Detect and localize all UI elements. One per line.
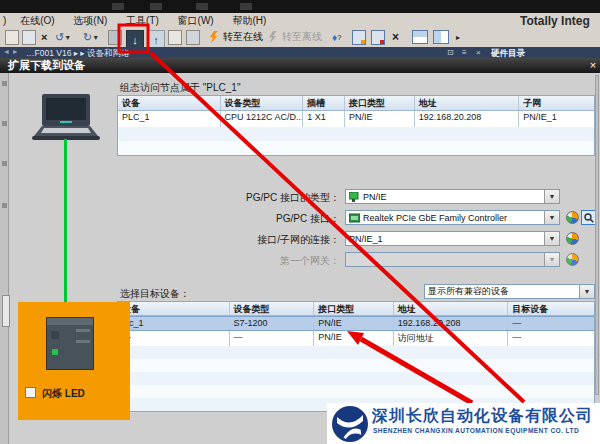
empty-row xyxy=(118,127,594,141)
changxin-logo-icon xyxy=(331,405,369,443)
cell-interface-type: PN/IE xyxy=(314,317,394,330)
target-device-table: 设备 设备类型 接口类型 地址 目标设备 plc_1 S7-1200 PN/IE… xyxy=(117,301,595,412)
redo-icon[interactable]: ↻▼ xyxy=(83,29,99,45)
cell-interface-type: PN/IE xyxy=(345,111,415,127)
device-info-icon[interactable] xyxy=(186,29,200,45)
cell-address: 192.168.20.208 xyxy=(415,111,520,127)
pnie-icon xyxy=(349,192,360,202)
cell-device: — xyxy=(118,331,230,346)
dialog-close-icon[interactable]: × xyxy=(586,58,600,73)
menu-item-window[interactable]: 窗口(W) xyxy=(170,13,222,28)
select-target-caption: 选择目标设备： xyxy=(120,287,190,301)
target-row-selected[interactable]: plc_1 S7-1200 PN/IE 192.168.20.208 — xyxy=(118,316,594,331)
panel-menu-icon[interactable]: ≡ xyxy=(462,48,467,57)
ethernet-cable xyxy=(64,139,67,320)
config-table-row[interactable]: PLC_1 CPU 1212C AC/D... 1 X1 PN/IE 192.1… xyxy=(118,111,594,127)
cropped-icon xyxy=(240,3,252,10)
stop-cpu-icon[interactable] xyxy=(371,29,385,45)
flash-subnet-icon[interactable] xyxy=(566,232,579,245)
empty-row xyxy=(118,141,594,155)
dialog-title: 扩展下载到设备 xyxy=(0,58,600,73)
compile-icon[interactable] xyxy=(108,29,122,45)
panel-close-icon[interactable]: × xyxy=(476,48,481,57)
config-nodes-table: 设备 设备类型 插槽 接口类型 地址 子网 PLC_1 CPU 1212C AC… xyxy=(117,95,595,156)
toolbar-overflow-icon[interactable]: ▸ xyxy=(456,29,460,45)
company-name-en: SHENZHEN CHANGXIN AUTOMATION EQUIPMENT C… xyxy=(373,427,579,434)
chevron-down-icon[interactable]: ▼ xyxy=(544,232,559,245)
totally-integrated-brand: Totally Integ xyxy=(520,14,598,28)
go-online-button[interactable]: 转至在线 xyxy=(223,29,263,45)
breadcrumb-bar: ◄ ► …F001 V16 ▸ ▸ 设备和网络 ⊡ ≡ × 硬件目录 xyxy=(0,47,600,58)
target-table-header: 设备 设备类型 接口类型 地址 目标设备 xyxy=(118,302,594,316)
filter-value: 显示所有兼容的设备 xyxy=(425,285,579,298)
plc-device-image xyxy=(46,317,94,370)
compatible-devices-filter[interactable]: 显示所有兼容的设备 ▼ xyxy=(424,284,595,299)
pg-pc-laptop-icon xyxy=(30,92,102,144)
device-icon[interactable] xyxy=(168,29,182,45)
delete-icon[interactable]: × xyxy=(41,29,47,45)
company-logo-box: 深圳长欣自动化设备有限公司 SHENZHEN CHANGXIN AUTOMATI… xyxy=(327,403,600,444)
accessible-devices-icon[interactable]: ♦? xyxy=(332,29,342,45)
flash-gateway-icon[interactable] xyxy=(566,253,579,266)
flash-led-label: 闪烁 LED xyxy=(42,387,85,401)
nav-back-icon[interactable]: ◄ ► xyxy=(3,48,19,55)
pgpc-interface-select[interactable]: Realtek PCIe GbE Family Controller ▼ xyxy=(345,210,560,225)
col-target-device: 目标设备 xyxy=(508,302,594,315)
first-gateway-label: 第一个网关： xyxy=(175,254,340,268)
menu-item-options[interactable]: 选项(N) xyxy=(65,13,115,28)
col-device: 设备 xyxy=(118,302,230,315)
subnet-connection-label: 接口/子网的连接： xyxy=(175,233,340,247)
cell-subnet: PN/IE_1 xyxy=(519,111,594,127)
go-online-icon[interactable] xyxy=(209,29,218,45)
col-interface-type: 接口类型 xyxy=(345,96,415,110)
flash-interface-icon[interactable] xyxy=(566,211,579,224)
float-panel-icon[interactable]: ⊡ xyxy=(447,48,454,57)
empty-row xyxy=(118,385,594,398)
chevron-down-icon[interactable]: ▼ xyxy=(544,190,559,203)
cell-device-type: — xyxy=(230,331,315,346)
pgpc-interface-value: Realtek PCIe GbE Family Controller xyxy=(360,213,544,223)
split-editor-vertical-icon[interactable] xyxy=(433,29,449,45)
config-table-header: 设备 设备类型 插槽 接口类型 地址 子网 xyxy=(118,96,594,111)
tia-portal-window: ) 在线(O) 选项(N) 工具(T) 窗口(W) 帮助(H) Totally … xyxy=(0,0,600,444)
cell-device-type: CPU 1212C AC/D... xyxy=(221,111,304,127)
menu-item-tools[interactable]: 工具(T) xyxy=(118,13,167,28)
chevron-down-icon[interactable]: ▼ xyxy=(544,211,559,224)
cell-target-device: — xyxy=(508,331,594,346)
paste-icon[interactable] xyxy=(5,29,19,45)
split-editor-horizontal-icon[interactable] xyxy=(412,29,428,45)
col-device-type: 设备类型 xyxy=(230,302,315,315)
cell-target-device: — xyxy=(508,317,594,330)
subnet-connection-value: PN/IE_1 xyxy=(346,234,544,244)
chevron-down-icon: ▼ xyxy=(544,253,559,266)
start-cpu-icon[interactable] xyxy=(352,29,366,45)
target-row[interactable]: — — PN/IE 访问地址 — xyxy=(118,331,594,346)
pgpc-type-select[interactable]: PN/IE ▼ xyxy=(345,189,560,204)
cropped-icon xyxy=(150,3,162,10)
flash-led-checkbox[interactable] xyxy=(25,387,36,398)
cross-references-icon[interactable]: × xyxy=(392,29,399,45)
undo-icon[interactable]: ↺▼ xyxy=(55,29,71,45)
plc-led xyxy=(52,349,58,355)
go-offline-button[interactable]: 转至离线 xyxy=(282,29,322,45)
cell-address: 访问地址 xyxy=(394,331,509,346)
col-device: 设备 xyxy=(118,96,221,110)
menu-item-online[interactable]: 在线(O) xyxy=(12,13,62,28)
cropped-icon xyxy=(112,3,124,10)
chevron-down-icon[interactable]: ▼ xyxy=(579,285,594,298)
cell-address: 192.168.20.208 xyxy=(394,317,509,330)
pgpc-interface-label: PG/PC 接口： xyxy=(175,212,340,226)
menu-item-help[interactable]: 帮助(H) xyxy=(224,13,274,28)
dialog-scrollbar[interactable] xyxy=(595,75,599,395)
cell-slot: 1 X1 xyxy=(303,111,345,127)
cell-device: PLC_1 xyxy=(118,111,221,127)
pgpc-type-value: PN/IE xyxy=(360,192,544,202)
menu-item-partial[interactable]: ) xyxy=(0,14,9,26)
target-device-panel: 闪烁 LED xyxy=(18,302,130,420)
subnet-connection-select[interactable]: PN/IE_1 ▼ xyxy=(345,231,560,246)
copy-icon[interactable] xyxy=(22,29,36,45)
first-gateway-select: ▼ xyxy=(345,252,560,267)
background-panel-edge xyxy=(0,73,9,444)
go-offline-icon[interactable] xyxy=(268,29,277,45)
toolbar: × ↺▼ ↻▼ ↓ ↑ 转至在线 转至离线 ♦? × ▸ xyxy=(0,27,600,48)
